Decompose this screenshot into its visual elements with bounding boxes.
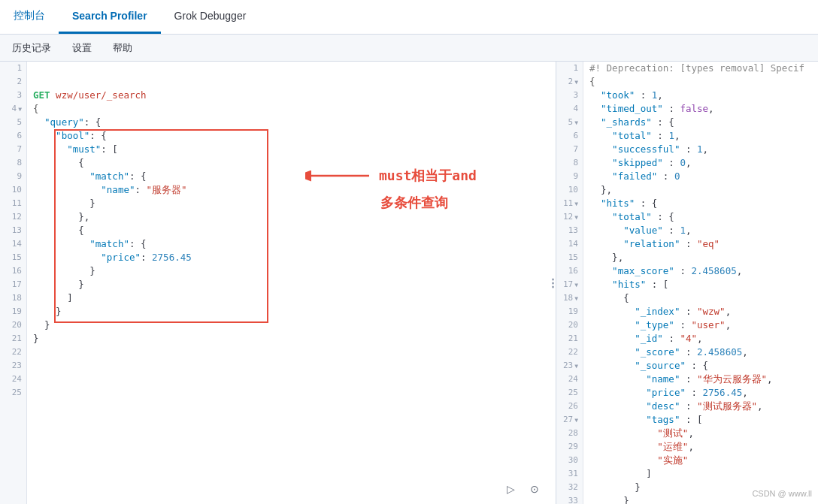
oc-17: "hits" : [ — [589, 278, 812, 291]
annotation-label-1: must相当于and — [379, 167, 477, 185]
code-line-22 — [33, 346, 550, 359]
ln-12: 12 — [0, 210, 26, 224]
oc-3: "took" : 1, — [589, 89, 812, 102]
line-numbers: 1 2 3 4 5 6 7 8 9 10 11 12 13 14 15 16 1… — [0, 62, 27, 504]
ln-15: 15 — [0, 251, 26, 264]
divider-handle[interactable] — [550, 278, 556, 288]
oln-14: 14 — [556, 237, 583, 251]
annotation-label-2: 多条件查询 — [305, 194, 477, 212]
oln-28: 28 — [556, 427, 583, 440]
oc-29: "运维", — [589, 440, 812, 454]
oc-22: "_score" : 2.458605, — [589, 346, 812, 359]
oln-30: 30 — [556, 454, 583, 467]
editor-panel[interactable]: 1 2 3 4 5 6 7 8 9 10 11 12 13 14 15 16 1… — [0, 62, 556, 504]
oc-15: }, — [589, 251, 812, 264]
oln-31: 31 — [556, 467, 583, 481]
oln-1: 1 — [556, 62, 583, 75]
oln-4: 4 — [556, 102, 583, 116]
ln-3: 3 — [0, 89, 26, 102]
run-button[interactable]: ▷ — [501, 480, 520, 498]
code-line-21: } — [33, 332, 550, 346]
oc-20: "_type" : "user", — [589, 318, 812, 332]
ln-23: 23 — [0, 359, 26, 373]
output-content: #! Deprecation: [types removal] Specif {… — [583, 62, 818, 504]
oln-27: 27 — [556, 413, 583, 427]
ln-7: 7 — [0, 143, 26, 156]
oc-9: "failed" : 0 — [589, 170, 812, 183]
ln-9: 9 — [0, 170, 26, 183]
oln-12: 12 — [556, 210, 583, 224]
output-panel: 1 2 3 4 5 6 7 8 9 10 11 12 13 14 15 16 1… — [556, 62, 818, 504]
oln-5: 5 — [556, 116, 583, 129]
oc-31: ] — [589, 467, 812, 481]
oc-28: "测试", — [589, 427, 812, 440]
main-content: 1 2 3 4 5 6 7 8 9 10 11 12 13 14 15 16 1… — [0, 62, 818, 504]
annotation-overlay: must相当于and 多条件查询 — [305, 167, 477, 212]
nav-settings[interactable]: 设置 — [68, 38, 96, 58]
nav-history[interactable]: 历史记录 — [8, 38, 56, 58]
nav-console[interactable]: 控制台 — [0, 0, 59, 34]
ln-4: 4 — [0, 102, 26, 116]
ln-11: 11 — [0, 197, 26, 210]
oln-13: 13 — [556, 224, 583, 237]
ln-1: 1 — [0, 62, 26, 75]
code-content[interactable]: GET wzw/user/_search { "query": { "bool"… — [27, 62, 556, 504]
divider-dot-1 — [552, 278, 554, 280]
oc-19: "_index" : "wzw", — [589, 305, 812, 318]
code-line-6: "bool": { — [33, 129, 550, 143]
oln-9: 9 — [556, 170, 583, 183]
oln-20: 20 — [556, 318, 583, 332]
ln-19: 19 — [0, 305, 26, 318]
oln-2: 2 — [556, 75, 583, 89]
nav-grok-debugger[interactable]: Grok Debugger — [161, 0, 260, 34]
oc-10: }, — [589, 183, 812, 197]
code-editor[interactable]: 1 2 3 4 5 6 7 8 9 10 11 12 13 14 15 16 1… — [0, 62, 556, 504]
oln-6: 6 — [556, 129, 583, 143]
code-line-7: "must": [ — [33, 143, 550, 156]
oln-22: 22 — [556, 346, 583, 359]
oc-30: "实施" — [589, 454, 812, 467]
ln-10: 10 — [0, 183, 26, 197]
code-line-18: ] — [33, 291, 550, 305]
code-line-15: "price": 2756.45 — [33, 251, 550, 264]
code-line-4: { — [33, 102, 550, 116]
divider-dot-3 — [552, 285, 554, 288]
ln-25: 25 — [0, 386, 26, 400]
oc-21: "_id" : "4", — [589, 332, 812, 346]
code-line-12: }, — [33, 210, 550, 224]
top-nav: 控制台 Search Profiler Grok Debugger — [0, 0, 818, 35]
oln-32: 32 — [556, 481, 583, 494]
copy-button[interactable]: ⊙ — [526, 480, 544, 498]
ln-8: 8 — [0, 156, 26, 170]
oc-8: "skipped" : 0, — [589, 156, 812, 170]
oc-6: "total" : 1, — [589, 129, 812, 143]
oln-18: 18 — [556, 291, 583, 305]
code-line-1 — [33, 62, 550, 75]
nav-help[interactable]: 帮助 — [108, 38, 137, 58]
code-line-14: "match": { — [33, 237, 550, 251]
oc-4: "timed_out" : false, — [589, 102, 812, 116]
code-line-23 — [33, 359, 550, 373]
ln-14: 14 — [0, 237, 26, 251]
oln-33: 33 — [556, 494, 583, 504]
code-line-25 — [33, 386, 550, 400]
ln-5: 5 — [0, 116, 26, 129]
oc-24: "name" : "华为云服务器", — [589, 373, 812, 386]
oc-16: "max_score" : 2.458605, — [589, 264, 812, 278]
output-line-numbers: 1 2 3 4 5 6 7 8 9 10 11 12 13 14 15 16 1… — [556, 62, 583, 504]
ln-6: 6 — [0, 129, 26, 143]
code-line-24 — [33, 373, 550, 386]
oln-29: 29 — [556, 440, 583, 454]
oc-11: "hits" : { — [589, 197, 812, 210]
oln-15: 15 — [556, 251, 583, 264]
oc-2: { — [589, 75, 812, 89]
oln-23: 23 — [556, 359, 583, 373]
nav-search-profiler[interactable]: Search Profiler — [59, 0, 161, 34]
editor-toolbar: ▷ ⊙ — [501, 480, 544, 498]
oln-24: 24 — [556, 373, 583, 386]
oc-14: "relation" : "eq" — [589, 237, 812, 251]
output-code: 1 2 3 4 5 6 7 8 9 10 11 12 13 14 15 16 1… — [556, 62, 818, 504]
ln-18: 18 — [0, 291, 26, 305]
oln-8: 8 — [556, 156, 583, 170]
oc-7: "successful" : 1, — [589, 143, 812, 156]
